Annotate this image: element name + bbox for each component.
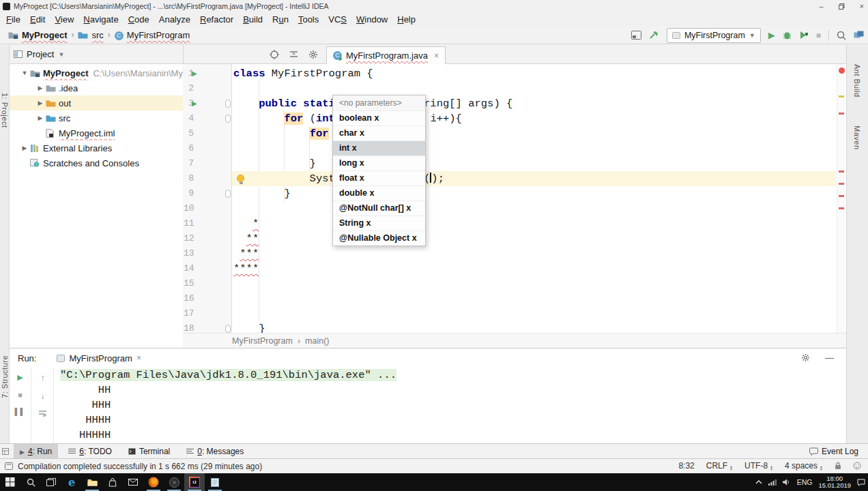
taskbar-task-view-icon[interactable] (41, 473, 61, 491)
menu-tools[interactable]: Tools (293, 14, 323, 25)
code-line-13[interactable]: 13 *** (183, 246, 846, 261)
editor[interactable]: 1▶class MyFirstProgram {23▶ public stati… (183, 64, 846, 333)
warning-mark[interactable] (839, 95, 844, 98)
menu-edit[interactable]: Edit (25, 14, 50, 25)
locate-icon[interactable] (270, 50, 279, 59)
error-mark[interactable] (839, 113, 844, 115)
minimize-button[interactable]: – (819, 2, 823, 10)
softwrap-icon[interactable] (38, 410, 47, 417)
tree-item-src[interactable]: ▶src (10, 110, 183, 125)
breadcrumb-item[interactable]: src (91, 30, 103, 40)
code-line-12[interactable]: 12 ** (183, 231, 846, 246)
code-line-4[interactable]: 4 for (int i = 0; i < 5; i++){ (183, 111, 846, 126)
toolwindows-icon[interactable] (631, 31, 641, 40)
tree-chevron-icon[interactable]: ▶ (36, 115, 44, 121)
tree-chevron-icon[interactable]: ▶ (36, 100, 44, 106)
menu-code[interactable]: Code (124, 14, 154, 25)
collapse-all-icon[interactable] (289, 50, 298, 59)
menu-build[interactable]: Build (238, 14, 267, 25)
code-line-1[interactable]: 1▶class MyFirstProgram { (183, 66, 846, 81)
tree-item-myprogect[interactable]: ▼MyProgectC:\Users\Marsianin\MyProg (10, 65, 183, 80)
tree-item-scratches-and-consoles[interactable]: SScratches and Consoles (10, 155, 183, 170)
popup-item[interactable]: boolean x (333, 110, 425, 125)
notification-icon[interactable] (857, 479, 865, 486)
taskbar-store-icon[interactable] (102, 473, 123, 491)
code-line-17[interactable]: 17 (183, 306, 846, 321)
restore-button[interactable] (839, 3, 845, 10)
error-mark[interactable] (839, 195, 844, 197)
project-panel-header[interactable]: Project ▼ (14, 45, 64, 63)
popup-item[interactable]: char x (333, 125, 425, 140)
error-stripe[interactable] (837, 64, 845, 333)
run-console[interactable]: "C:\Program Files\Java\jdk1.8.0_191\bin\… (60, 368, 843, 443)
fold-marker-icon[interactable] (225, 100, 231, 108)
code-line-16[interactable]: 16 (183, 291, 846, 306)
code-line-7[interactable]: 7 } (183, 156, 846, 171)
run-tab[interactable]: MyFirstProgram × (51, 351, 146, 366)
popup-item[interactable]: @Nullable Object x (333, 230, 425, 246)
fold-marker-icon[interactable] (225, 115, 231, 123)
stop-icon[interactable]: ■ (816, 31, 821, 40)
popup-item[interactable]: int x (333, 140, 425, 155)
encoding-select[interactable]: UTF-8▲▼ (744, 461, 773, 471)
close-icon[interactable]: × (136, 353, 141, 363)
code-line-6[interactable]: 6 (183, 141, 846, 156)
error-count-badge[interactable] (839, 68, 845, 74)
run-line-icon[interactable]: ▶ (192, 96, 197, 111)
editor-tab[interactable]: C MyFirstProgram.java × (326, 46, 446, 64)
volume-icon[interactable] (783, 479, 791, 486)
tree-item-external-libraries[interactable]: ▶External Libraries (10, 140, 183, 155)
tree-item-out[interactable]: ▶out (10, 95, 183, 110)
code-line-10[interactable]: 10 (183, 201, 846, 216)
taskbar-explorer-icon[interactable] (82, 473, 102, 491)
breadcrumb-item[interactable]: MyFirstProgram (127, 30, 190, 40)
up-icon[interactable]: ↑ (41, 373, 45, 383)
toolwindow-tab-4-run[interactable]: ▶4: Run (14, 444, 58, 458)
settings-icon[interactable] (308, 50, 318, 59)
stop-icon[interactable]: ■ (18, 391, 23, 399)
debug-icon[interactable] (783, 31, 792, 40)
taskbar-intellij-icon[interactable]: IJ (184, 473, 205, 491)
build-hammer-icon[interactable] (649, 31, 659, 40)
popup-item[interactable]: float x (333, 170, 425, 185)
menu-view[interactable]: View (50, 14, 78, 25)
search-icon[interactable] (837, 31, 846, 40)
code-line-18[interactable]: 18 } (183, 321, 846, 333)
close-button[interactable]: × (860, 2, 864, 10)
taskbar-notepad-icon[interactable] (205, 473, 225, 491)
popup-item[interactable]: String x (333, 215, 425, 230)
menu-vcs[interactable]: VCS (323, 14, 351, 25)
code-line-9[interactable]: 9 } (183, 186, 846, 201)
menu-analyze[interactable]: Analyze (154, 14, 195, 25)
breadcrumb-method[interactable]: main() (305, 336, 329, 346)
coverage-icon[interactable] (799, 31, 809, 40)
error-mark[interactable] (839, 207, 844, 209)
run-line-icon[interactable]: ▶ (192, 66, 197, 81)
pause-icon[interactable]: ▌▌ (14, 408, 25, 415)
taskbar-search-icon[interactable] (20, 473, 41, 491)
error-mark[interactable] (839, 183, 844, 185)
close-icon[interactable]: × (434, 51, 439, 61)
menu-refactor[interactable]: Refactor (195, 14, 238, 25)
tree-item--idea[interactable]: ▶.idea (10, 80, 183, 95)
fold-marker-icon[interactable] (225, 325, 231, 333)
menu-help[interactable]: Help (392, 14, 420, 25)
stripe-structure-button[interactable]: 7: Structure (1, 355, 9, 398)
tree-chevron-icon[interactable]: ▼ (20, 70, 29, 76)
popup-item[interactable]: double x (333, 185, 425, 200)
rerun-icon[interactable]: ▶ (17, 373, 23, 382)
intention-bulb-icon[interactable] (237, 175, 244, 182)
recent-icon[interactable] (854, 31, 864, 40)
menu-run[interactable]: Run (267, 14, 293, 25)
toolwindow-tab-6-todo[interactable]: 6: TODO (62, 444, 118, 458)
code-line-14[interactable]: 14**** (183, 261, 846, 276)
menu-window[interactable]: Window (351, 14, 392, 25)
breadcrumb-item[interactable]: MyProgect (22, 30, 67, 40)
code-line-8[interactable]: 8 System.out.println(); (183, 171, 846, 186)
code-line-11[interactable]: 11 * (183, 216, 846, 231)
stripe-antbuild-button[interactable]: Ant Build (853, 64, 861, 98)
taskbar-edge-icon[interactable]: e (61, 473, 82, 491)
status-message[interactable]: Compilation completed successfully in 1 … (18, 462, 262, 471)
caret-position[interactable]: 8:32 (678, 461, 694, 471)
code-line-2[interactable]: 2 (183, 81, 846, 96)
